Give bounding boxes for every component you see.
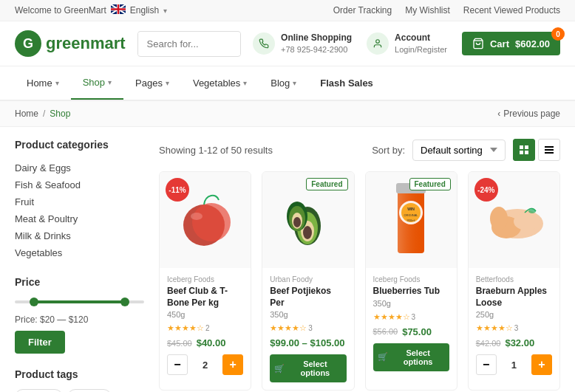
search-input[interactable] xyxy=(138,32,241,55)
nav-vegetables[interactable]: Vegetables ▾ xyxy=(181,67,259,99)
topbar-right: Order Tracking My Wishlist Recent Viewed… xyxy=(333,5,560,16)
svg-text:WIN: WIN xyxy=(407,207,415,211)
filter-button[interactable]: Filter xyxy=(15,331,65,354)
product-stars-3: ★★★★☆ 3 xyxy=(373,312,449,322)
price-range: Price: $20 — $120 xyxy=(15,314,144,325)
home-chevron: ▾ xyxy=(55,79,59,87)
svg-rect-11 xyxy=(545,152,554,154)
account-icon xyxy=(367,32,389,55)
product-weight-3: 350g xyxy=(373,299,449,308)
wishlist-link[interactable]: My Wishlist xyxy=(405,5,450,16)
phone-label: Online Shopping xyxy=(281,32,352,44)
cat-dairy[interactable]: Dairy & Eggs xyxy=(15,159,144,176)
product-weight-1: 450g xyxy=(167,310,243,319)
breadcrumb-current: Shop xyxy=(50,109,70,119)
cat-meat[interactable]: Meat & Poultry xyxy=(15,210,144,227)
price-old-4: $42.00 xyxy=(476,339,501,348)
logo-icon: G xyxy=(15,30,41,57)
select-options-3[interactable]: 🛒 Select options xyxy=(373,343,449,371)
svg-rect-5 xyxy=(520,145,523,149)
sort-select[interactable]: Default sorting xyxy=(412,140,506,161)
svg-rect-9 xyxy=(545,146,554,148)
products-grid: -11% Iceberg Foods Beef Club & T-Bone Pe… xyxy=(159,171,560,391)
qty-minus-1[interactable]: − xyxy=(167,354,188,375)
qty-plus-1[interactable]: + xyxy=(222,354,243,375)
product-img-4: -24% xyxy=(469,172,559,268)
pages-chevron: ▾ xyxy=(166,79,169,87)
sidebar: Product categories Dairy & Eggs Fish & S… xyxy=(15,139,144,392)
price-title: Price xyxy=(15,276,144,288)
tags-title: Product tags xyxy=(15,368,144,380)
main-content: Product categories Dairy & Eggs Fish & S… xyxy=(0,127,575,392)
grid-view-button[interactable] xyxy=(513,139,535,161)
qty-minus-4[interactable]: − xyxy=(476,354,497,375)
product-card-4: -24% Betterfoods Braeburn Apples Loose 2… xyxy=(468,171,560,391)
nav-shop[interactable]: Shop ▾ xyxy=(71,66,123,100)
account-label: Account xyxy=(395,32,447,44)
phone-text: Online Shopping +78 925-942-2900 xyxy=(281,32,352,55)
view-toggle xyxy=(513,139,560,161)
recent-viewed-link[interactable]: Recent Viewed Products xyxy=(463,5,560,16)
tag-banana[interactable]: Banana xyxy=(67,389,112,392)
language-select[interactable]: English xyxy=(130,5,159,16)
product-info-3: Iceberg Foods Blueberries Tub 350g ★★★★☆… xyxy=(366,268,457,379)
product-info-1: Iceberg Foods Beef Club & T-Bone Per kg … xyxy=(160,268,251,382)
phone-icon xyxy=(253,32,275,55)
cat-vegetables[interactable]: Vegetables xyxy=(15,244,144,261)
categories-list: Dairy & Eggs Fish & Seafood Fruit Meat &… xyxy=(15,159,144,261)
svg-point-22 xyxy=(293,217,301,227)
svg-point-3 xyxy=(376,40,380,44)
cat-milk[interactable]: Milk & Drinks xyxy=(15,227,144,244)
sort-label: Sort by: xyxy=(372,145,405,156)
qty-val-1: 2 xyxy=(203,360,208,371)
select-options-2[interactable]: 🛒 Select options xyxy=(270,354,346,382)
price-range-2: $99.00 – $105.00 xyxy=(270,337,344,348)
price-section: Price Price: $20 — $120 Filter xyxy=(15,276,144,354)
svg-rect-10 xyxy=(545,149,554,151)
product-info-4: Betterfoods Braeburn Apples Loose 250g ★… xyxy=(469,268,559,382)
product-vendor-3: Iceberg Foods xyxy=(373,275,449,283)
list-view-button[interactable] xyxy=(538,139,560,161)
categories-title: Product categories xyxy=(15,139,144,151)
price-new-3: $75.00 xyxy=(402,326,432,337)
discount-badge-1: -11% xyxy=(166,178,189,202)
cart-button[interactable]: 0 Cart $602.00 xyxy=(462,32,560,55)
nav-flash-sales[interactable]: Flash Sales xyxy=(308,67,385,99)
cart-badge: 0 xyxy=(551,27,565,41)
breadcrumb-home[interactable]: Home xyxy=(15,109,38,119)
featured-badge-3: Featured xyxy=(409,178,451,190)
language-chevron: ▾ xyxy=(163,7,167,15)
nav-pages[interactable]: Pages ▾ xyxy=(123,67,181,99)
product-vendor-2: Urban Foody xyxy=(270,275,346,283)
phone-number: +78 925-942-2900 xyxy=(281,44,352,55)
tags-section: Product tags Avacado Banana Chicken Egg … xyxy=(15,368,144,392)
order-tracking-link[interactable]: Order Tracking xyxy=(333,5,392,16)
svg-text:ORIGINAL: ORIGINAL xyxy=(404,213,419,217)
product-vendor-4: Betterfoods xyxy=(476,275,552,283)
qty-val-4: 1 xyxy=(511,360,517,371)
products-area: Showing 1-12 of 50 results Sort by: Defa… xyxy=(159,139,560,392)
prev-page-link[interactable]: ‹ Previous page xyxy=(497,109,560,119)
header: G greenmart Online Shopping +78 925-942-… xyxy=(0,21,575,66)
nav-blog[interactable]: Blog ▾ xyxy=(259,67,308,99)
cart-label: Cart xyxy=(490,38,509,49)
account-contact[interactable]: Account Login/Register xyxy=(367,32,447,55)
price-old-1: $45.00 xyxy=(167,339,192,348)
product-name-4: Braeburn Apples Loose xyxy=(476,286,552,309)
cart-icon-3: 🛒 xyxy=(378,352,388,362)
topbar: Welcome to GreenMart English ▾ Order Tra… xyxy=(0,0,575,21)
cat-fish[interactable]: Fish & Seafood xyxy=(15,176,144,193)
nav-home[interactable]: Home ▾ xyxy=(15,67,71,99)
tag-avacado[interactable]: Avacado xyxy=(15,389,63,392)
qty-plus-4[interactable]: + xyxy=(531,354,552,375)
product-stars-1: ★★★★☆ 2 xyxy=(167,323,243,333)
header-contacts: Online Shopping +78 925-942-2900 Account… xyxy=(253,32,560,55)
product-weight-4: 250g xyxy=(476,310,552,319)
prev-chevron: ‹ xyxy=(497,109,500,119)
main-nav: Home ▾ Shop ▾ Pages ▾ Vegetables ▾ Blog … xyxy=(0,66,575,101)
logo[interactable]: G greenmart xyxy=(15,30,126,57)
topbar-left: Welcome to GreenMart English ▾ xyxy=(15,4,167,16)
cat-fruit[interactable]: Fruit xyxy=(15,193,144,210)
breadcrumb-separator: / xyxy=(43,109,45,119)
breadcrumb: Home / Shop xyxy=(15,109,70,119)
